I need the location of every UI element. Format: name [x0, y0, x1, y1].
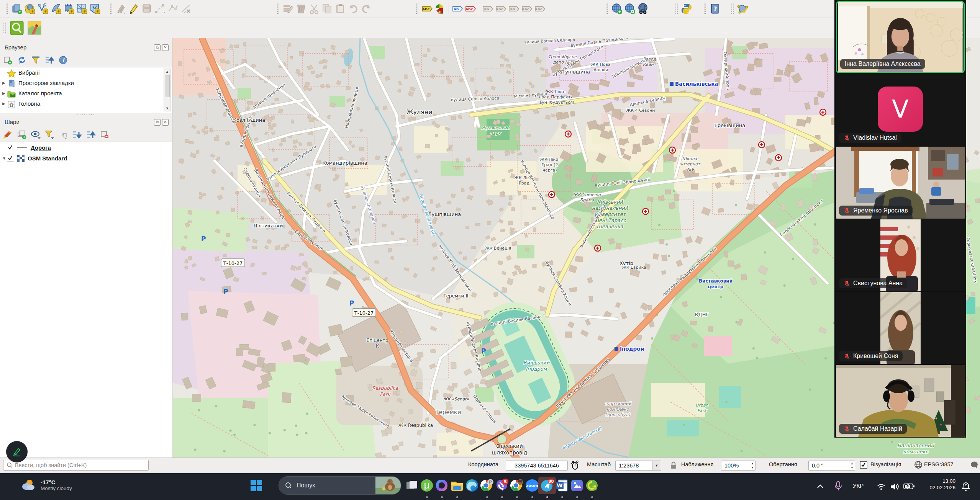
- participant-tile-5[interactable]: Кривошей Соня: [836, 292, 965, 364]
- start-button[interactable]: [249, 478, 264, 493]
- collapse-icon[interactable]: [44, 55, 54, 65]
- dock-splitter[interactable]: [0, 113, 172, 116]
- browser-item-2[interactable]: ▶Просторові закладки: [0, 78, 172, 88]
- telegram-icon[interactable]: 80: [540, 478, 554, 493]
- check-geometries-icon[interactable]: [736, 3, 749, 15]
- edge-icon[interactable]: [465, 478, 479, 493]
- browser-item-4[interactable]: ▶Головна: [0, 98, 172, 109]
- notification-bell-icon[interactable]: z: [961, 482, 971, 493]
- highlight-labels-icon[interactable]: abc: [464, 3, 477, 15]
- undo-icon[interactable]: [347, 3, 359, 15]
- chrome-icon[interactable]: [510, 478, 524, 493]
- diagram-icon[interactable]: [434, 3, 446, 15]
- osm-search-icon[interactable]: [624, 3, 636, 15]
- microphone-icon[interactable]: [834, 481, 843, 493]
- zoom-icon[interactable]: zoom: [525, 478, 539, 493]
- clock[interactable]: 13:0002.02.2026: [923, 478, 955, 491]
- layer-checkbox[interactable]: [7, 155, 14, 162]
- copy-features-icon[interactable]: [321, 3, 333, 15]
- style-manager-icon[interactable]: [3, 130, 13, 140]
- toggle-editing-icon[interactable]: [128, 3, 140, 15]
- rotate-label-icon[interactable]: ab: [508, 3, 520, 15]
- digitize-segment-icon[interactable]: [154, 3, 166, 15]
- refresh-icon[interactable]: [17, 55, 27, 65]
- browser-item-1[interactable]: Вибрані: [0, 67, 172, 78]
- weather-widget[interactable]: -17°CMostly cloudy: [20, 477, 72, 493]
- crs-globe-icon[interactable]: [914, 461, 923, 470]
- participant-tile-3[interactable]: Яременко Ярослав: [836, 147, 965, 219]
- metasearch-icon[interactable]: [611, 3, 623, 15]
- expand-all-icon[interactable]: [72, 130, 82, 140]
- filter-expression-icon[interactable]: ε: [58, 130, 68, 140]
- copilot-icon[interactable]: [434, 478, 449, 493]
- curved-label-icon[interactable]: abc: [534, 3, 546, 15]
- float-panel-button[interactable]: ⧉: [154, 119, 161, 126]
- lock-scale-icon[interactable]: [670, 461, 677, 471]
- tray-chevron-icon[interactable]: [816, 482, 824, 492]
- modify-attributes-icon[interactable]: [282, 3, 294, 15]
- explorer-icon[interactable]: [450, 478, 464, 493]
- annotation-pencil-button[interactable]: [6, 441, 28, 462]
- layer-item-1[interactable]: Дорога: [0, 142, 172, 153]
- redo-icon[interactable]: [360, 3, 372, 15]
- search-layers-icon[interactable]: [637, 3, 649, 15]
- paste-features-icon[interactable]: [334, 3, 346, 15]
- filter-icon[interactable]: [31, 55, 41, 65]
- show-hide-labels-icon[interactable]: abc: [495, 3, 507, 15]
- data-source-manager-icon[interactable]: [11, 3, 23, 15]
- pin-labels-icon[interactable]: ab: [451, 3, 464, 15]
- help-icon[interactable]: ?: [709, 3, 721, 15]
- filter-legend-icon[interactable]: [44, 130, 54, 140]
- volume-icon[interactable]: [890, 482, 900, 492]
- taskbar-search[interactable]: Пошук: [279, 476, 401, 495]
- render-checkbox[interactable]: [860, 461, 867, 469]
- add-group-icon[interactable]: [17, 130, 27, 140]
- vertex-tool-all-icon[interactable]: [180, 3, 192, 15]
- chrome-profile-icon[interactable]: P: [480, 478, 494, 493]
- layer-item-2[interactable]: ▼OSM Standard: [0, 153, 172, 163]
- vertex-tool-icon[interactable]: [167, 3, 179, 15]
- locator-search-input[interactable]: Ввести, щоб знайти (Ctrl+K): [3, 460, 149, 471]
- osm-place-search-icon[interactable]: [8, 20, 25, 36]
- magnifier-spin[interactable]: 100%▲▼: [721, 461, 755, 471]
- add-mesh-layer-icon[interactable]: ✳: [63, 3, 75, 15]
- close-panel-button[interactable]: ✕: [162, 119, 169, 126]
- word-icon[interactable]: W: [555, 478, 569, 493]
- add-vector-layer-icon[interactable]: ✳: [37, 3, 49, 15]
- participant-tile-1[interactable]: Інна Валеріївна Алєксєєва: [836, 1, 965, 73]
- language-indicator[interactable]: УКР: [853, 482, 864, 489]
- coordinate-input[interactable]: 3395743 6511646: [506, 461, 568, 471]
- qgis-icon[interactable]: [585, 478, 599, 493]
- python-console-icon[interactable]: [680, 3, 693, 15]
- rotation-spin[interactable]: 0,0 °▲▼: [808, 461, 855, 471]
- delete-selected-icon[interactable]: [295, 3, 307, 15]
- wifi-icon[interactable]: [877, 482, 886, 492]
- collapse-all-icon[interactable]: [86, 130, 96, 140]
- move-label-icon[interactable]: ab: [482, 3, 494, 15]
- quickmap-services-icon[interactable]: [26, 20, 43, 36]
- scale-combo[interactable]: 1:23678▼: [615, 461, 661, 471]
- layer-themes-icon[interactable]: [31, 130, 41, 140]
- labeling-icon[interactable]: abc: [421, 3, 433, 15]
- browser-item-3[interactable]: ▶Каталог проекта: [0, 88, 172, 98]
- task-view-icon[interactable]: [405, 478, 419, 493]
- current-edits-icon[interactable]: [115, 3, 127, 15]
- photos-icon[interactable]: [570, 478, 584, 493]
- participant-tile-6[interactable]: Салабай Назарій: [836, 365, 965, 437]
- change-label-icon[interactable]: abc: [521, 3, 533, 15]
- float-panel-button[interactable]: ⧉: [154, 44, 161, 51]
- utorrent-icon[interactable]: µ: [420, 478, 434, 493]
- mouse-extents-icon[interactable]: [570, 460, 580, 471]
- close-panel-button[interactable]: ✕: [162, 44, 169, 51]
- add-postgis-layer-icon[interactable]: ✳: [89, 3, 101, 15]
- messages-icon[interactable]: [970, 461, 978, 470]
- participant-tile-4[interactable]: Свистунова Анна: [836, 219, 965, 291]
- cut-features-icon[interactable]: [308, 3, 320, 15]
- viber-icon[interactable]: 5: [495, 478, 509, 493]
- properties-icon[interactable]: i: [58, 55, 68, 65]
- participant-tile-2[interactable]: VVladislav Hutsal: [836, 74, 965, 146]
- remove-layer-icon[interactable]: [100, 130, 110, 140]
- add-delimited-layer-icon[interactable]: ✳: [76, 3, 88, 15]
- battery-icon[interactable]: [903, 483, 915, 492]
- browser-scrollbar[interactable]: ▲▼: [164, 69, 171, 111]
